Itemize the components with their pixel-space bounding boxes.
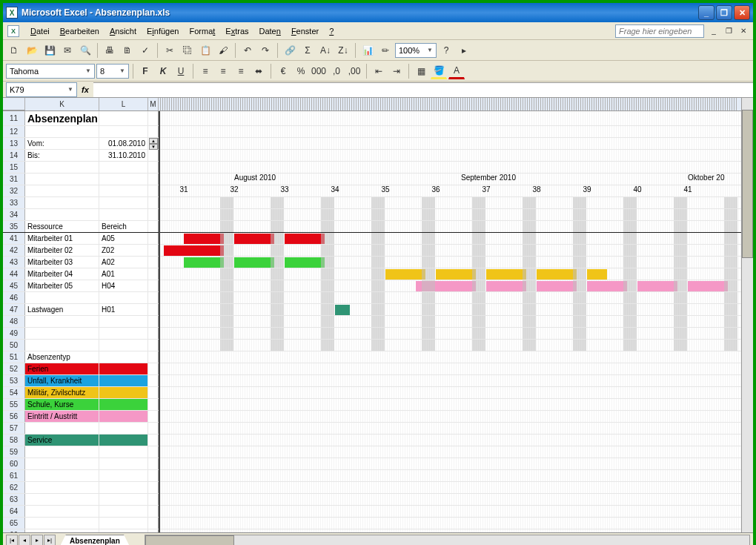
chart-cell[interactable] (159, 423, 753, 434)
sort-asc-icon[interactable]: A↓ (317, 42, 334, 59)
search-icon[interactable]: 🔍 (77, 42, 93, 59)
maximize-button[interactable]: ❐ (716, 5, 732, 20)
cell[interactable]: A05 (99, 233, 148, 244)
cell[interactable]: Bereich (99, 221, 148, 232)
chart-cell[interactable] (159, 257, 753, 268)
cell[interactable] (99, 529, 148, 532)
cell[interactable]: Lastwagen (25, 304, 99, 315)
worksheet[interactable]: K L M 11 Absenzenplan 12 13 Vom: 01.08.2… (3, 98, 753, 532)
tab-nav-next[interactable]: ▸ (31, 535, 43, 546)
row-header[interactable]: 58 (3, 435, 25, 446)
cell[interactable] (99, 162, 148, 173)
cell[interactable] (99, 423, 148, 434)
cell[interactable]: ▲▼ (148, 138, 159, 149)
cell[interactable] (148, 268, 159, 280)
cell[interactable] (99, 387, 148, 398)
cell[interactable] (148, 411, 159, 422)
row-header[interactable]: 41 (3, 233, 25, 244)
row-header[interactable]: 13 (3, 138, 25, 149)
cell[interactable] (25, 126, 99, 137)
cell[interactable]: Mitarbeiter 03 (25, 257, 99, 268)
chart-cell[interactable] (159, 126, 753, 137)
help-icon[interactable]: ? (438, 42, 454, 59)
cell[interactable] (25, 506, 99, 517)
paste-icon[interactable]: 📋 (197, 42, 213, 59)
tab-nav-prev[interactable]: ◂ (19, 535, 30, 546)
align-center-icon[interactable]: ≡ (215, 63, 231, 79)
menu-hilfe[interactable]: ? (324, 24, 339, 38)
row-header[interactable]: 15 (3, 162, 25, 173)
col-header-k[interactable]: K (25, 98, 99, 110)
cell[interactable] (148, 340, 159, 351)
doc-close-button[interactable]: ✕ (738, 27, 749, 36)
cell[interactable]: H04 (99, 280, 148, 291)
col-header-m[interactable]: M (148, 98, 159, 110)
chart-cell[interactable] (159, 506, 753, 517)
chart-cell[interactable] (159, 316, 753, 327)
cell[interactable] (99, 209, 148, 220)
cell[interactable]: Mitarbeiter 01 (25, 233, 99, 244)
row-header[interactable]: 53 (3, 375, 25, 386)
cell[interactable] (25, 529, 99, 532)
link-icon[interactable]: 🔗 (282, 42, 298, 59)
row-header[interactable]: 14 (3, 150, 25, 161)
cell[interactable] (25, 494, 99, 505)
cell[interactable]: 01.08.2010 (99, 138, 148, 149)
italic-icon[interactable]: K (155, 63, 171, 79)
chart-cell[interactable] (159, 399, 753, 410)
cell[interactable] (148, 399, 159, 410)
chart-cell[interactable]: August 2010September 2010Oktober 20 (159, 174, 753, 185)
horizontal-scrollbar[interactable] (145, 535, 750, 546)
cell[interactable]: Mitarbeiter 04 (25, 268, 99, 280)
row-header[interactable]: 12 (3, 126, 25, 137)
menu-daten[interactable]: Daten (254, 24, 286, 38)
column-headers[interactable]: K L M (3, 98, 753, 111)
bold-icon[interactable]: F (137, 63, 153, 79)
cell[interactable] (25, 423, 99, 434)
cell[interactable] (25, 518, 99, 529)
undo-icon[interactable]: ↶ (239, 42, 256, 59)
cell[interactable] (99, 197, 148, 208)
cell[interactable] (99, 111, 148, 125)
merge-icon[interactable]: ⬌ (251, 63, 267, 79)
cell[interactable] (25, 446, 99, 458)
cell[interactable] (99, 375, 148, 386)
scrollbar-thumb[interactable] (145, 535, 234, 546)
dec-dec-icon[interactable]: ,00 (346, 63, 362, 79)
tab-nav-first[interactable]: |◂ (6, 535, 18, 546)
sheet-tab[interactable]: Absenzenplan (60, 535, 130, 546)
cell[interactable]: A01 (99, 268, 148, 280)
close-button[interactable]: ✕ (734, 5, 750, 20)
cell[interactable] (148, 482, 159, 493)
cell[interactable] (99, 126, 148, 137)
chart-cell[interactable] (159, 470, 753, 481)
row-header[interactable]: 45 (3, 280, 25, 291)
cell[interactable] (148, 506, 159, 517)
chart-cell[interactable] (159, 280, 753, 291)
cell[interactable]: Service (25, 435, 99, 446)
row-header[interactable]: 56 (3, 411, 25, 422)
format-painter-icon[interactable]: 🖌 (215, 42, 231, 59)
cell[interactable] (99, 518, 148, 529)
row-header[interactable]: 47 (3, 304, 25, 315)
cut-icon[interactable]: ✂ (162, 42, 178, 59)
cell[interactable] (148, 387, 159, 398)
font-color-icon[interactable]: A (448, 63, 465, 79)
cell[interactable] (99, 316, 148, 327)
menu-fenster[interactable]: Fenster (286, 24, 324, 38)
cell[interactable] (25, 482, 99, 493)
indent-dec-icon[interactable]: ⇤ (371, 63, 387, 79)
row-header[interactable]: 11 (3, 111, 25, 125)
cell[interactable] (99, 185, 148, 196)
sum-icon[interactable]: Σ (299, 42, 316, 59)
cell[interactable] (25, 340, 99, 351)
menu-einfuegen[interactable]: Einfügen (142, 24, 184, 38)
cell[interactable] (25, 197, 99, 208)
row-header[interactable]: 55 (3, 399, 25, 410)
row-header[interactable]: 61 (3, 470, 25, 481)
row-header[interactable]: 31 (3, 174, 25, 185)
cell[interactable] (148, 435, 159, 446)
sort-desc-icon[interactable]: Z↓ (335, 42, 351, 59)
drawing-icon[interactable]: ✏ (377, 42, 394, 59)
cell[interactable] (99, 458, 148, 469)
